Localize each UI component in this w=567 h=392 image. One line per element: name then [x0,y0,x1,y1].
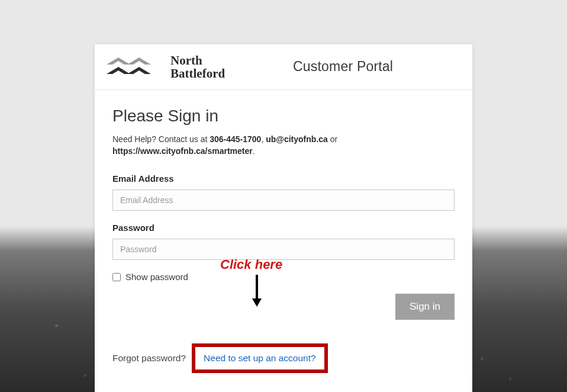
show-password-label[interactable]: Show password [125,272,188,282]
help-phone: 306-445-1700 [210,134,261,144]
help-period: . [253,146,255,156]
help-prefix: Need Help? Contact us at [112,134,210,144]
show-password-checkbox[interactable] [112,273,121,281]
logo-text-line2: Battleford [170,66,225,81]
brand-logo: North Battleford [101,52,254,81]
header-bar: North Battleford Customer Portal [95,44,472,90]
email-input[interactable] [112,189,455,211]
signin-button-row: Sign in [112,294,455,320]
password-label: Password [112,223,455,233]
help-text: Need Help? Contact us at 306-445-1700, u… [112,134,455,157]
signin-panel: North Battleford Customer Portal Please … [95,44,472,392]
signin-heading: Please Sign in [112,107,455,126]
logo-chevrons-icon [107,57,151,74]
password-field-group: Password [112,223,455,260]
portal-title: Customer Portal [254,59,466,75]
signin-button[interactable]: Sign in [395,294,455,320]
setup-account-link[interactable]: Need to set up an account? [192,343,328,373]
forgot-password-link[interactable]: Forgot password? [112,353,186,364]
show-password-row: Show password [112,272,455,282]
password-input[interactable] [112,239,455,260]
email-label: Email Address [112,173,455,184]
help-url: https://www.cityofnb.ca/smartmeter [112,146,253,156]
logo-text-line1: North [170,53,202,68]
help-email: ub@cityofnb.ca [266,134,328,144]
signin-content: Please Sign in Need Help? Contact us at … [95,90,472,392]
email-field-group: Email Address [112,173,455,211]
links-row: Forgot password? Need to set up an accou… [112,343,455,373]
help-sep2: or [328,134,337,144]
